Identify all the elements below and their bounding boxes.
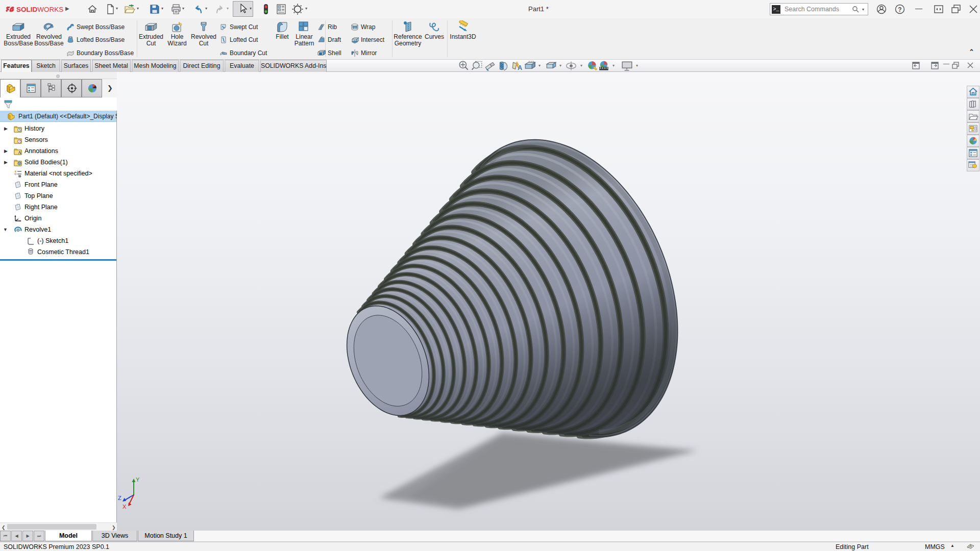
svg-text:Z: Z [118,495,121,501]
svg-text:?: ? [898,6,901,13]
svg-text:X: X [122,504,127,510]
svg-text:SOLIDWORKS: SOLIDWORKS [16,6,63,13]
svg-text:A: A [18,150,21,155]
svg-text:A: A [518,64,522,71]
svg-text:Y: Y [136,477,140,483]
